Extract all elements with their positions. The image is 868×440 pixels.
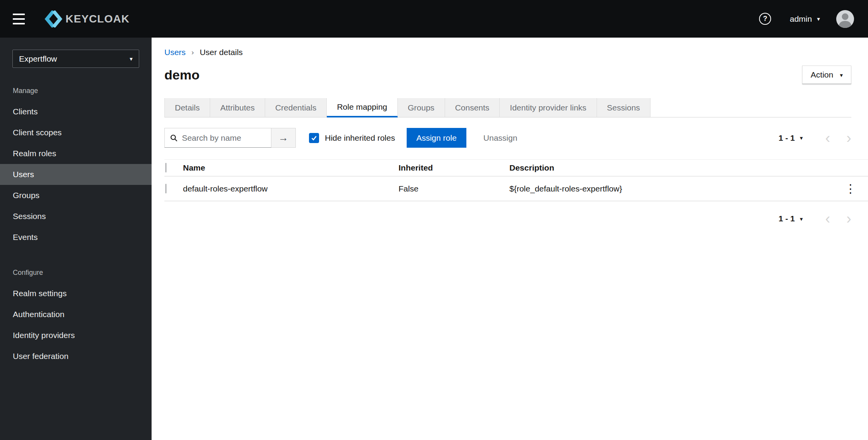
brand-text: KEYCLOAK [66, 13, 129, 25]
check-icon [311, 135, 318, 141]
table-header-row: Name Inherited Description [164, 160, 868, 176]
breadcrumb-current: User details [200, 48, 243, 57]
role-name-cell: default-roles-expertflow [183, 176, 399, 201]
hamburger-bar [13, 23, 25, 24]
column-header-inherited: Inherited [399, 160, 509, 176]
sidebar-item-users[interactable]: Users [0, 164, 152, 185]
column-header-description: Description [509, 160, 841, 176]
keycloak-logo-icon [43, 10, 64, 28]
tabs-filler [651, 98, 851, 117]
pagination-top-previous-button[interactable]: ‹ [825, 131, 830, 145]
breadcrumb-users-link[interactable]: Users [164, 48, 186, 57]
role-mapping-table: Name Inherited Description default-roles… [164, 159, 868, 201]
sidebar-item-groups[interactable]: Groups [0, 185, 152, 206]
hide-inherited-roles-checkbox[interactable]: Hide inherited roles [309, 133, 395, 143]
caret-down-icon: ▾ [817, 16, 820, 22]
help-button[interactable]: ? [759, 13, 771, 25]
realm-selector[interactable]: Expertflow ▾ [12, 50, 139, 68]
select-all-checkbox[interactable] [166, 163, 166, 173]
hamburger-menu-button[interactable] [13, 12, 30, 26]
nav-section-manage: Manage Clients Client scopes Realm roles… [0, 87, 152, 248]
chevron-right-icon: › [846, 211, 851, 227]
action-dropdown-button[interactable]: Action ▾ [802, 66, 851, 84]
title-row: demo Action ▾ [164, 66, 851, 84]
caret-down-icon: ▾ [800, 216, 803, 222]
action-label: Action [811, 70, 833, 79]
hide-inherited-roles-label: Hide inherited roles [325, 133, 395, 143]
table-row: default-roles-expertflow False ${role_de… [164, 176, 868, 201]
sidebar-item-clients[interactable]: Clients [0, 101, 152, 122]
sidebar-item-realm-settings[interactable]: Realm settings [0, 283, 152, 304]
caret-down-icon: ▾ [129, 56, 133, 62]
sidebar-item-realm-roles[interactable]: Realm roles [0, 143, 152, 164]
search-icon [170, 133, 178, 143]
sidebar-item-user-federation[interactable]: User federation [0, 346, 152, 367]
realm-name: Expertflow [19, 54, 57, 64]
checkbox-checked-icon [309, 133, 319, 143]
main-content: Users › User details demo Action ▾ Detai… [152, 38, 868, 440]
sidebar-item-identity-providers[interactable]: Identity providers [0, 325, 152, 346]
user-menu-button[interactable]: admin ▾ [790, 14, 820, 24]
nav-section-manage-label: Manage [0, 87, 152, 95]
pagination-top-next-button[interactable]: › [846, 131, 851, 145]
pagination-bottom-next-button[interactable]: › [846, 211, 851, 226]
pagination-bottom-wrap: 1 - 1 ▾ ‹ › [164, 211, 851, 226]
help-icon: ? [759, 13, 771, 25]
unassign-button[interactable]: Unassign [483, 133, 518, 143]
row-checkbox[interactable] [166, 184, 166, 193]
column-header-name: Name [183, 160, 399, 176]
tab-consents[interactable]: Consents [445, 98, 500, 117]
kebab-icon: ⋮ [845, 182, 856, 195]
hamburger-bar [13, 14, 25, 15]
topbar: KEYCLOAK ? admin ▾ [0, 0, 868, 38]
inherited-cell: False [399, 176, 509, 201]
tab-groups[interactable]: Groups [398, 98, 445, 117]
pagination-top-range: 1 - 1 [778, 133, 795, 143]
username: admin [790, 14, 812, 24]
tab-role-mapping[interactable]: Role mapping [327, 98, 398, 117]
arrow-right-icon: → [278, 132, 288, 144]
search-submit-button[interactable]: → [271, 128, 296, 148]
pagination-top-menu-button[interactable]: 1 - 1 ▾ [778, 133, 803, 143]
tab-credentials[interactable]: Credentials [265, 98, 327, 117]
role-mapping-toolbar: → Hide inherited roles Assign role Unass… [164, 128, 851, 148]
tab-details[interactable]: Details [164, 98, 210, 117]
tab-sessions[interactable]: Sessions [597, 98, 651, 117]
pagination-bottom-previous-button[interactable]: ‹ [825, 211, 830, 226]
sidebar-item-events[interactable]: Events [0, 227, 152, 248]
chevron-left-icon: ‹ [825, 130, 830, 146]
sidebar-item-client-scopes[interactable]: Client scopes [0, 122, 152, 143]
search-input[interactable] [182, 133, 271, 143]
pagination-bottom: 1 - 1 ▾ ‹ › [778, 211, 851, 226]
breadcrumb-separator-icon: › [192, 48, 194, 57]
pagination-bottom-range: 1 - 1 [778, 214, 795, 223]
keycloak-logo: KEYCLOAK [43, 10, 129, 28]
caret-down-icon: ▾ [840, 72, 843, 78]
sidebar: Expertflow ▾ Manage Clients Client scope… [0, 38, 152, 440]
chevron-left-icon: ‹ [825, 211, 830, 227]
pagination-top: 1 - 1 ▾ ‹ › [778, 131, 851, 145]
user-avatar-icon [836, 10, 854, 28]
avatar[interactable] [836, 10, 854, 28]
search-box [164, 128, 271, 148]
description-cell: ${role_default-roles-expertflow} [509, 176, 841, 201]
tab-attributes[interactable]: Attributes [210, 98, 265, 117]
hamburger-bar [13, 18, 25, 20]
page-title: demo [164, 67, 200, 83]
nav-section-configure: Configure Realm settings Authentication … [0, 269, 152, 367]
caret-down-icon: ▾ [800, 135, 803, 141]
sidebar-item-sessions[interactable]: Sessions [0, 206, 152, 227]
assign-role-button[interactable]: Assign role [407, 128, 466, 148]
pagination-bottom-menu-button[interactable]: 1 - 1 ▾ [778, 214, 803, 223]
sidebar-item-authentication[interactable]: Authentication [0, 304, 152, 325]
nav-section-configure-label: Configure [0, 269, 152, 277]
chevron-right-icon: › [846, 130, 851, 146]
tab-identity-provider-links[interactable]: Identity provider links [500, 98, 597, 117]
search-group: → [164, 128, 296, 148]
kebab-menu-button[interactable]: ⋮ [843, 183, 858, 195]
breadcrumb: Users › User details [164, 47, 851, 58]
tabs: Details Attributes Credentials Role mapp… [164, 98, 851, 117]
